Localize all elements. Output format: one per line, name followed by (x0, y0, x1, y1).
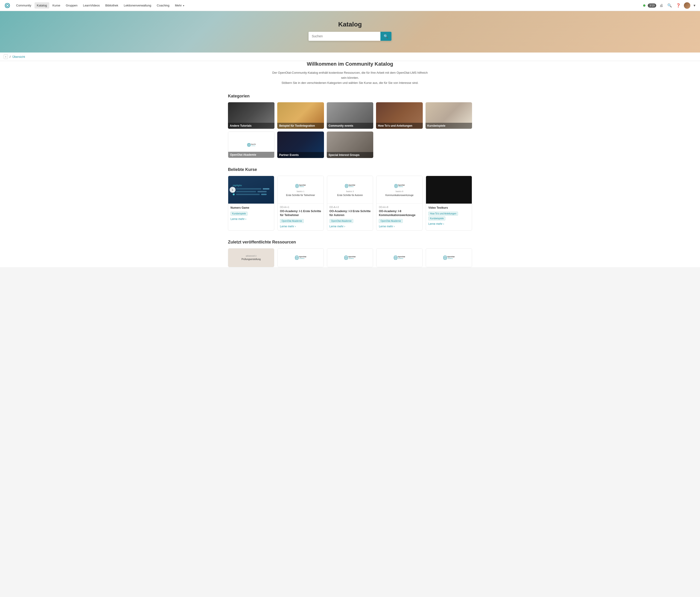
recent-card-5[interactable]: OpenOlat academy (426, 248, 472, 267)
nav-items: Community Katalog Kurse Gruppen LearnVid… (14, 2, 643, 8)
category-label-community: Community events (327, 123, 373, 129)
nav-gruppen[interactable]: Gruppen (64, 2, 80, 8)
course-tag: OpenOlat Akademie (329, 219, 353, 223)
user-menu-button[interactable]: ▾ (693, 2, 696, 8)
categories-title: Kategorien (228, 94, 472, 99)
basics-title-i1: Erste Schritte für Teilnehmer (284, 194, 317, 197)
category-label-special: Special Interest Groups (327, 152, 373, 158)
hero-title: Katalog (338, 21, 362, 28)
nav-kurse[interactable]: Kurse (50, 2, 62, 8)
breadcrumb-separator: / (10, 55, 10, 58)
basics-label-i1: basics 1 (297, 190, 304, 193)
nav-learnvideos[interactable]: LearnVideos (81, 2, 102, 8)
svg-text:academy: academy (349, 258, 354, 259)
course-card-oo-i3[interactable]: OpenOlat academy basics 3 Erste Schritte… (327, 176, 373, 230)
svg-text:OpenOlat: OpenOlat (348, 256, 356, 258)
welcome-desc-1: Der OpenOlat-Community-Katalog enthält k… (269, 70, 431, 80)
svg-text:academy: academy (349, 186, 354, 187)
course-link-video[interactable]: Lerne mehr › (428, 222, 470, 225)
dropdown-arrow-icon: ▾ (183, 4, 184, 7)
course-tag: Kursbeispiele (230, 212, 248, 216)
search-submit-button[interactable]: 🔍 (380, 32, 392, 41)
nav-bibliothek[interactable]: Bibliothek (103, 2, 120, 8)
course-tags-i1: OpenOlat Akademie (280, 219, 321, 223)
course-thumb-video (426, 176, 472, 204)
basics-label-i8: basics 8 (396, 190, 403, 193)
course-tags-i8: OpenOlat Akademie (379, 219, 420, 223)
print-button[interactable]: 🖨 (658, 2, 664, 8)
category-card-beispiel[interactable]: Beispiel für Toolintegration (277, 102, 324, 129)
search-bar: 🔍 (308, 32, 392, 41)
nav-right: 3/19 🖨 🔍 ❓ ▾ (643, 2, 696, 9)
nav-mehr[interactable]: Mehr ▾ (173, 2, 186, 8)
navbar: Community Katalog Kurse Gruppen LearnVid… (0, 0, 700, 11)
avatar[interactable] (684, 2, 690, 9)
course-link-i1[interactable]: Lerne mehr › (280, 225, 321, 228)
nav-lektionenverwaltung[interactable]: Lektionenverwaltung (122, 2, 154, 8)
courses-grid: ‹ Highlights (228, 176, 472, 230)
categories-row-1: Andere Tutorials Beispiel für Toolintegr… (228, 102, 472, 129)
svg-text:OpenOlat: OpenOlat (447, 256, 455, 258)
recent-card-4[interactable]: OpenOlat academy (376, 248, 423, 267)
category-label-beispiel: Beispiel für Toolintegration (277, 123, 324, 129)
course-tag: OpenOlat Akademie (379, 219, 403, 223)
search-button[interactable]: 🔍 (666, 2, 673, 8)
svg-text:academy: academy (398, 258, 403, 259)
nav-katalog[interactable]: Katalog (34, 2, 49, 8)
search-input[interactable] (308, 32, 380, 41)
arrow-right-icon: › (443, 222, 444, 225)
course-tag: OpenOlat Akademie (280, 219, 304, 223)
category-label-partner: Partner Events (277, 152, 324, 158)
course-card-oo-i8[interactable]: OpenOlat academy basics 8 Kommunikations… (376, 176, 423, 230)
course-body-i1: OO-A-I-1 OO-Academy: I-1 Erste Schritte … (278, 204, 324, 230)
status-dot-icon (643, 4, 645, 7)
course-card-numers[interactable]: ‹ Highlights (228, 176, 274, 230)
svg-text:OpenOlat: OpenOlat (299, 256, 306, 258)
help-button[interactable]: ❓ (675, 2, 681, 8)
basics-title-i3: Erste Schritte für Autoren (335, 194, 365, 197)
course-name-i3: OO-Academy: I-3 Erste Schritte für Autor… (329, 209, 371, 217)
category-card-partner[interactable]: Partner Events (277, 131, 324, 158)
course-link-i3[interactable]: Lerne mehr › (329, 225, 371, 228)
breadcrumb-back-button[interactable]: ‹ (4, 54, 8, 59)
svg-text:academy: academy (398, 186, 403, 187)
category-card-howto[interactable]: How To's und Anleitungen (376, 102, 423, 129)
course-body-i3: OO-A-I-3 OO-Academy: I-3 Erste Schritte … (327, 204, 373, 230)
courses-section: Beliebte Kurse ‹ Highlights (228, 167, 472, 230)
basics-label-i3: basics 3 (346, 190, 354, 193)
welcome-title: Willkommen im Community Katalog (228, 61, 472, 67)
category-card-special[interactable]: Special Interest Groups (327, 131, 373, 158)
category-card-kursbeispiele[interactable]: Kursbeispiele (426, 102, 472, 129)
prev-button[interactable]: ‹ (230, 187, 235, 193)
course-link-numers[interactable]: Lerne mehr › (230, 218, 272, 221)
arrow-right-icon: › (394, 225, 395, 228)
svg-text:academy: academy (299, 186, 304, 187)
category-label-kursbeispiele: Kursbeispiele (426, 123, 472, 129)
nav-community[interactable]: Community (14, 2, 34, 8)
course-thumb-oo-i3: OpenOlat academy basics 3 Erste Schritte… (327, 176, 373, 204)
category-card-andere[interactable]: Andere Tutorials (228, 102, 274, 129)
logo[interactable] (4, 2, 11, 9)
course-card-oo-i1[interactable]: OpenOlat academy basics 1 Erste Schritte… (277, 176, 324, 230)
welcome-section: Willkommen im Community Katalog Der Open… (228, 61, 472, 85)
course-tag-2: Kursbeispiele (428, 217, 445, 220)
svg-text:academy: academy (251, 145, 255, 146)
course-code-i1: OO-A-I-1 (280, 206, 321, 208)
svg-text:OpenOlat: OpenOlat (398, 256, 405, 258)
breadcrumb-link[interactable]: Übersicht (12, 55, 25, 58)
nav-coaching[interactable]: Coaching (154, 2, 172, 8)
recent-title: Zuletzt veröffentlichte Ressourcen (228, 240, 472, 245)
welcome-desc-2: Stöbern Sie in den verschiedenen Kategor… (269, 80, 431, 85)
category-card-community[interactable]: Community events (327, 102, 373, 129)
course-card-video[interactable]: Video Testkurs How To's und Anleitungen … (426, 176, 472, 230)
course-thumb-oo-i8: OpenOlat academy basics 8 Kommunikations… (376, 176, 422, 204)
course-link-i8[interactable]: Lerne mehr › (379, 225, 420, 228)
breadcrumb: ‹ / Übersicht (0, 52, 700, 61)
recent-card-2[interactable]: OpenOlat academy (277, 248, 324, 267)
category-card-openolat[interactable]: OpenOlat academy OpenOlat Akademie (228, 131, 274, 158)
recent-card-1[interactable]: advanced 2 Prüfungserstellung (228, 248, 274, 267)
course-name-i1: OO-Academy: I-1 Erste Schritte für Teiln… (280, 209, 321, 217)
courses-title: Beliebte Kurse (228, 167, 472, 172)
recent-card-3[interactable]: OpenOlat academy (327, 248, 373, 267)
course-code-i3: OO-A-I-3 (329, 206, 371, 208)
